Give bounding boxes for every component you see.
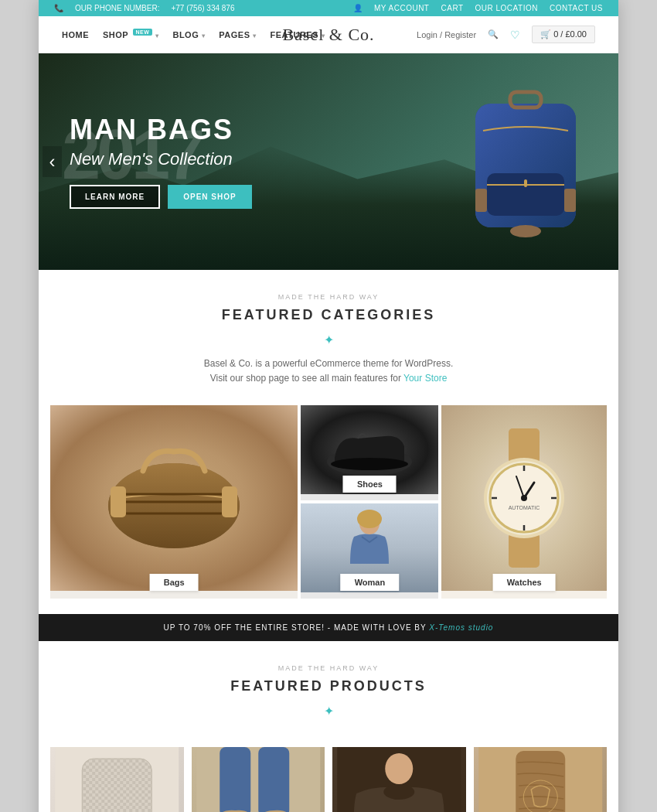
- watches-image: AUTOMATIC: [441, 405, 607, 591]
- our-location-link[interactable]: OUR LOCATION: [475, 4, 538, 12]
- site-header: HOME SHOP NEW ▾ BLOG ▾ PAGES ▾ FEATURES …: [39, 16, 618, 53]
- product-shoes[interactable]: [192, 747, 325, 812]
- pages-dropdown-arrow: ▾: [253, 32, 257, 39]
- phone-number: +77 (756) 334 876: [171, 4, 234, 12]
- woman-label: Woman: [341, 574, 400, 591]
- svg-rect-5: [524, 179, 527, 187]
- hero-bag-image: [441, 53, 611, 270]
- my-account-link[interactable]: MY ACCOUNT: [374, 4, 430, 12]
- nav-pages[interactable]: PAGES ▾: [219, 30, 256, 39]
- categories-title: FEATURED CATEGORIES: [54, 307, 603, 323]
- products-divider: ✦: [54, 704, 603, 718]
- svg-point-33: [521, 495, 527, 501]
- svg-point-49: [383, 784, 414, 800]
- svg-rect-37: [82, 759, 151, 812]
- categories-label: MADE THE HARD WAY: [54, 293, 603, 301]
- case-image: [474, 747, 608, 812]
- phone-label: OUR PHONE NUMBER:: [75, 4, 159, 12]
- categories-desc: Basel & Co. is a powerful eCommerce them…: [54, 357, 603, 386]
- phone-icon: 📞: [54, 4, 63, 12]
- svg-text:AUTOMATIC: AUTOMATIC: [509, 505, 540, 510]
- products-label: MADE THE HARD WAY: [54, 664, 603, 672]
- featured-categories-section: MADE THE HARD WAY FEATURED CATEGORIES ✦ …: [39, 270, 618, 614]
- svg-point-10: [108, 463, 240, 548]
- categories-grid: Bags Shoes: [39, 397, 618, 614]
- svg-rect-7: [564, 189, 576, 212]
- product-backpack[interactable]: [50, 747, 184, 812]
- products-title: FEATURED PRODUCTS: [54, 678, 603, 694]
- categories-divider: ✦: [54, 333, 603, 347]
- nav-home[interactable]: HOME: [62, 30, 89, 39]
- cart-link[interactable]: CART: [441, 4, 463, 12]
- blog-dropdown-arrow: ▾: [202, 32, 206, 39]
- your-store-link[interactable]: Your Store: [403, 373, 447, 384]
- open-shop-button[interactable]: OPEN SHOP: [168, 185, 251, 209]
- svg-point-18: [331, 458, 408, 470]
- hero-title: MAN BAGS: [70, 114, 252, 145]
- watches-label: Watches: [493, 574, 556, 591]
- svg-rect-11: [111, 486, 126, 517]
- site-logo[interactable]: Basel & Co.: [282, 25, 374, 45]
- svg-point-8: [510, 225, 541, 237]
- nav-blog[interactable]: BLOG ▾: [172, 30, 205, 39]
- category-woman[interactable]: Woman: [301, 503, 438, 599]
- featured-products-section: MADE THE HARD WAY FEATURED PRODUCTS ✦: [39, 641, 618, 812]
- svg-point-48: [385, 753, 413, 784]
- shoes2-image: [192, 747, 325, 812]
- search-icon[interactable]: 🔍: [488, 29, 499, 39]
- svg-rect-51: [516, 751, 565, 812]
- products-grid: [39, 739, 618, 812]
- products-header: MADE THE HARD WAY FEATURED PRODUCTS ✦: [39, 641, 618, 739]
- nav-shop[interactable]: SHOP NEW ▾: [103, 29, 158, 39]
- cart-button[interactable]: 🛒 0 / £0.00: [532, 26, 595, 43]
- bags-label: Bags: [150, 574, 199, 591]
- header-actions: Login / Register 🔍 ♡ 🛒 0 / £0.00: [417, 26, 595, 43]
- hero-subtitle: New Men's Collection: [70, 149, 252, 169]
- svg-rect-43: [220, 747, 250, 812]
- backpack-image: [50, 747, 184, 812]
- hero-banner: 2017 ‹ MAN BAGS New Men's Collection LEA…: [39, 53, 618, 270]
- shop-new-badge: NEW: [133, 29, 153, 36]
- hero-content: MAN BAGS New Men's Collection LEARN MORE…: [39, 91, 283, 232]
- svg-point-20: [357, 510, 382, 528]
- svg-rect-12: [222, 486, 237, 517]
- sweater-image: [332, 747, 466, 812]
- shop-dropdown-arrow: ▾: [155, 32, 159, 39]
- category-bags[interactable]: Bags: [50, 405, 298, 599]
- product-case[interactable]: [474, 747, 608, 812]
- svg-rect-44: [258, 747, 289, 812]
- product-sweater[interactable]: [332, 747, 466, 812]
- category-shoes[interactable]: Shoes: [301, 405, 438, 500]
- categories-header: MADE THE HARD WAY FEATURED CATEGORIES ✦ …: [39, 270, 618, 397]
- bags-image: [50, 405, 298, 591]
- shoes-label: Shoes: [343, 476, 397, 493]
- user-icon: 👤: [353, 4, 363, 12]
- hero-prev-arrow[interactable]: ‹: [43, 146, 62, 177]
- svg-rect-6: [475, 189, 487, 212]
- category-watches[interactable]: AUTOMATIC Watches: [441, 405, 607, 599]
- top-bar: 📞 OUR PHONE NUMBER: +77 (756) 334 876 👤 …: [39, 0, 618, 16]
- small-categories-col: Shoes: [301, 405, 438, 599]
- promo-brand: X-Temos studio: [429, 623, 493, 632]
- contact-us-link[interactable]: CONTACT US: [550, 4, 603, 12]
- login-register-link[interactable]: Login / Register: [417, 30, 476, 39]
- wishlist-icon[interactable]: ♡: [510, 29, 520, 41]
- learn-more-button[interactable]: LEARN MORE: [70, 185, 160, 209]
- promo-bar: UP TO 70% OFF THE ENTIRE STORE! - MADE W…: [39, 614, 618, 641]
